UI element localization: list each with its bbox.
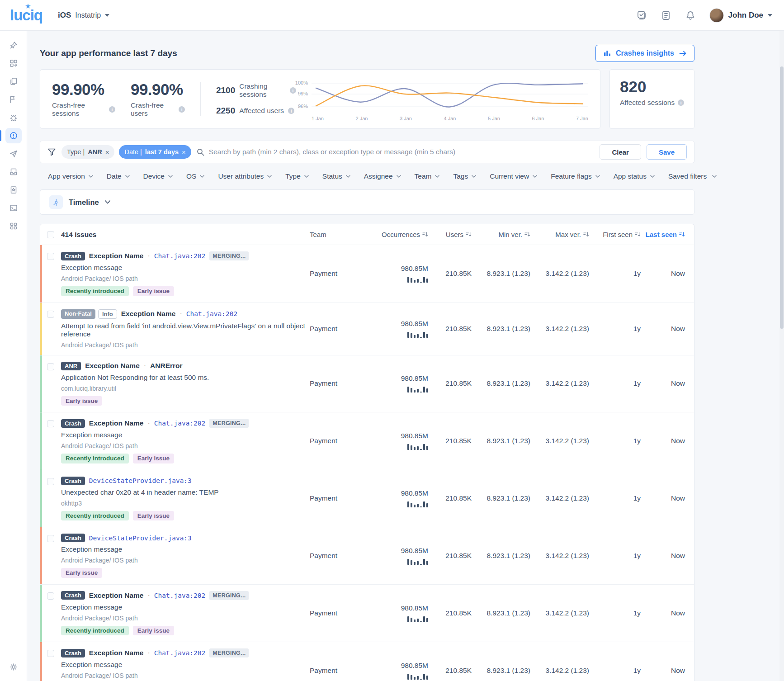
- table-row[interactable]: Crash Exception Name · Chat.java:202 MER…: [40, 642, 694, 681]
- row-checkbox[interactable]: [47, 478, 54, 485]
- issue-max-version: 3.142.2 (1.23): [530, 379, 589, 388]
- sidebar-item-pin[interactable]: [5, 38, 22, 53]
- table-header: 414 Issues TeamOccurrencesUsersMin ver.M…: [40, 224, 694, 245]
- sidebar-item-flag[interactable]: [5, 92, 22, 107]
- issue-location[interactable]: Chat.java:202: [186, 310, 238, 317]
- sidebar-item-send[interactable]: [5, 146, 22, 161]
- filter-dropdown-tags[interactable]: Tags: [453, 172, 476, 180]
- search-input[interactable]: [209, 148, 595, 156]
- filter-dropdown-type[interactable]: Type: [285, 172, 309, 180]
- sidebar-item-settings[interactable]: [5, 659, 22, 675]
- occurrences-sparkline: [407, 615, 428, 622]
- table-row[interactable]: Crash Exception Name · Chat.java:202 MER…: [40, 585, 694, 643]
- save-button[interactable]: Save: [647, 144, 687, 160]
- select-all-checkbox[interactable]: [47, 231, 54, 238]
- saved-filters-dropdown[interactable]: Saved filters: [668, 172, 717, 180]
- filter-chip-type[interactable]: Type | ANR×: [61, 145, 114, 159]
- table-row[interactable]: Crash Exception Name · Chat.java:202 MER…: [40, 412, 694, 470]
- remove-chip-icon[interactable]: ×: [105, 148, 109, 156]
- table-row[interactable]: Non-FatalInfo Exception Name · Chat.java…: [40, 303, 694, 355]
- issue-location[interactable]: DeviceStateProvider.java:3: [89, 477, 192, 484]
- sidebar-item-console[interactable]: [5, 200, 22, 216]
- issue-last-seen: Now: [641, 609, 685, 617]
- filter-dropdown-current-view[interactable]: Current view: [490, 172, 537, 180]
- terminal-icon: [9, 204, 18, 212]
- filter-dropdown-user-attributes[interactable]: User attributes: [218, 172, 272, 180]
- issue-location[interactable]: Chat.java:202: [154, 649, 206, 657]
- row-checkbox[interactable]: [47, 363, 54, 370]
- report-icon[interactable]: [661, 10, 671, 21]
- row-checkbox[interactable]: [47, 535, 54, 542]
- sidebar-item-apps[interactable]: [5, 218, 22, 234]
- luciq-logo[interactable]: luciq★: [10, 7, 43, 24]
- sidebar-item-inbox[interactable]: [5, 164, 22, 180]
- column-header-occurrences[interactable]: Occurrences: [360, 231, 428, 238]
- column-header-last-seen[interactable]: Last seen: [641, 231, 685, 238]
- scrollbar-thumb[interactable]: [780, 66, 784, 329]
- crashes-insights-button[interactable]: Crashes insights: [595, 45, 694, 62]
- sidebar-item-featured[interactable]: [5, 182, 22, 198]
- row-checkbox[interactable]: [47, 592, 54, 600]
- tasks-icon[interactable]: [636, 10, 647, 21]
- filter-dropdown-app-version[interactable]: App version: [48, 172, 93, 180]
- sidebar-item-boards[interactable]: [5, 56, 22, 71]
- column-header-max-ver[interactable]: Max ver.: [530, 231, 589, 238]
- clear-button[interactable]: Clear: [600, 144, 641, 160]
- performance-chart: 100%99%96% 1 Jan2 Jan3 Jan4 Jan5 Jan6 Ja…: [312, 77, 588, 121]
- remove-chip-icon[interactable]: ×: [182, 148, 186, 156]
- sort-icon: [635, 232, 641, 237]
- info-icon[interactable]: [290, 87, 296, 94]
- severity-accent: [40, 412, 42, 470]
- type-badge-anr: ANR: [61, 362, 81, 370]
- column-header-min-ver[interactable]: Min ver.: [472, 231, 530, 238]
- issue-path: Android Package/ IOS path: [61, 557, 310, 564]
- filter-dropdown-os[interactable]: OS: [186, 172, 204, 180]
- filter-dropdown-feature-flags[interactable]: Feature flags: [551, 172, 600, 180]
- notifications-icon[interactable]: [685, 10, 696, 21]
- type-badge-info: Info: [98, 309, 117, 319]
- table-row[interactable]: ANR Exception Name · ANRError Applicatio…: [40, 355, 694, 413]
- filter-chip-date[interactable]: Date | last 7 days×: [119, 145, 191, 159]
- column-header-users[interactable]: Users: [428, 231, 472, 238]
- filter-dropdown-app-status[interactable]: App status: [614, 172, 655, 180]
- issue-location[interactable]: Chat.java:202: [154, 252, 206, 260]
- app-switcher[interactable]: iOS Instatrip: [58, 11, 109, 20]
- issue-first-seen: 1y: [589, 437, 641, 445]
- column-header-first-seen[interactable]: First seen: [589, 231, 641, 238]
- row-checkbox[interactable]: [47, 253, 54, 260]
- top-bar: luciq★ iOS Instatrip John Doe: [0, 0, 784, 31]
- row-checkbox[interactable]: [47, 311, 54, 318]
- issue-location[interactable]: Chat.java:202: [154, 592, 206, 599]
- sidebar-item-pages[interactable]: [5, 74, 22, 89]
- issue-path: Android Package/ IOS path: [61, 275, 310, 282]
- table-row[interactable]: Crash DeviceStateProvider.java:3 Excepti…: [40, 527, 694, 585]
- filter-dropdown-assignee[interactable]: Assignee: [364, 172, 401, 180]
- filter-dropdown-date[interactable]: Date: [107, 172, 130, 180]
- table-row[interactable]: Crash DeviceStateProvider.java:3 Unexpec…: [40, 470, 694, 528]
- chevron-down-icon: [650, 175, 655, 178]
- info-icon[interactable]: [109, 106, 115, 113]
- issue-location[interactable]: ANRError: [150, 362, 182, 370]
- issue-tag-recently-introduced: Recently introduced: [61, 626, 129, 636]
- issue-team: Payment: [310, 325, 360, 333]
- row-checkbox[interactable]: [47, 420, 54, 427]
- info-icon[interactable]: [179, 106, 185, 113]
- filter-dropdown-device[interactable]: Device: [143, 172, 173, 180]
- filter-dropdown-team[interactable]: Team: [415, 172, 440, 180]
- issue-location[interactable]: DeviceStateProvider.java:3: [89, 534, 192, 542]
- scrollbar-track[interactable]: [779, 31, 784, 681]
- info-icon[interactable]: [288, 108, 294, 114]
- sidebar-item-bug[interactable]: [5, 110, 22, 125]
- sidebar-item-issues[interactable]: [5, 128, 22, 143]
- filter-dropdown-status[interactable]: Status: [322, 172, 350, 180]
- row-checkbox[interactable]: [47, 650, 54, 657]
- table-row[interactable]: Crash Exception Name · Chat.java:202 MER…: [40, 245, 694, 303]
- user-menu[interactable]: John Doe: [709, 8, 772, 23]
- chevron-down-icon: [125, 175, 130, 178]
- chevron-down-icon[interactable]: [105, 200, 110, 204]
- page-title: Your app performance last 7 days: [40, 48, 177, 58]
- issue-min-version: 8.923.1 (1.23): [472, 494, 530, 502]
- info-icon[interactable]: [678, 99, 684, 106]
- issue-max-version: 3.142.2 (1.23): [530, 437, 589, 445]
- issue-location[interactable]: Chat.java:202: [154, 420, 206, 427]
